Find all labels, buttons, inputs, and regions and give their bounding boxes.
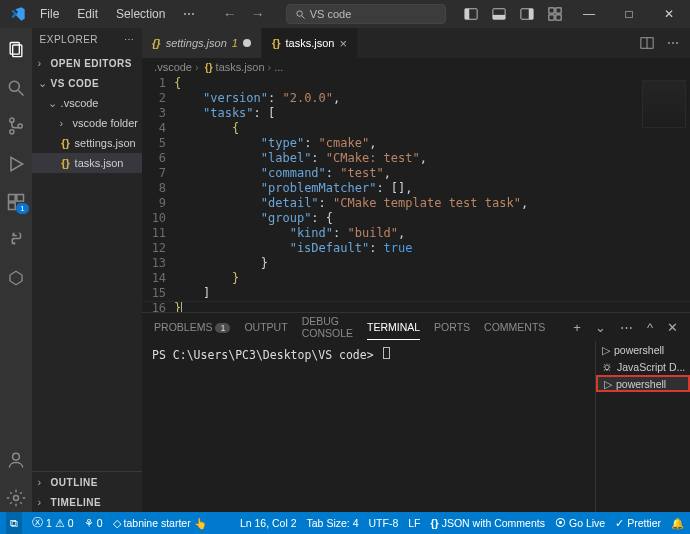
terminal-item-powershell-1[interactable]: ▷powershell: [596, 341, 690, 358]
maximize-panel-icon[interactable]: ^: [647, 320, 653, 335]
svg-line-1: [302, 15, 305, 18]
panel-tab-debug[interactable]: DEBUG CONSOLE: [302, 309, 353, 345]
tab-more-icon[interactable]: ⋯: [664, 36, 682, 50]
nav-back-icon[interactable]: ←: [218, 3, 242, 25]
terminal[interactable]: PS C:\Users\PC3\Desktop\VS code>: [142, 341, 595, 512]
split-editor-icon[interactable]: [640, 36, 658, 50]
item-vscode-folder[interactable]: ›vscode folder: [32, 113, 143, 133]
command-center-search[interactable]: VS code: [286, 4, 446, 24]
extensions-icon[interactable]: 1: [2, 188, 30, 216]
status-bell-icon[interactable]: 🔔: [671, 517, 684, 530]
item-tasks-json[interactable]: {}tasks.json: [32, 153, 143, 173]
editor-group: {} settings.json 1 {} tasks.json × ⋯ .vs…: [142, 28, 690, 512]
svg-rect-20: [8, 195, 15, 202]
explorer-more-icon[interactable]: ⋯: [124, 34, 135, 45]
panel-more-icon[interactable]: ⋯: [620, 320, 633, 335]
svg-line-15: [18, 91, 23, 96]
svg-rect-10: [549, 15, 554, 20]
open-editors-section[interactable]: ›OPEN EDITORS: [32, 53, 143, 73]
terminal-dropdown-icon[interactable]: ⌄: [595, 320, 606, 335]
svg-rect-22: [8, 203, 15, 210]
status-ports[interactable]: ⚘ 0: [84, 517, 103, 529]
status-tab-size[interactable]: Tab Size: 4: [307, 517, 359, 530]
close-button[interactable]: ✕: [652, 0, 686, 28]
svg-point-26: [13, 496, 18, 501]
json-file-icon: {}: [152, 37, 161, 49]
tab-tasks-json[interactable]: {} tasks.json ×: [262, 28, 358, 58]
activity-bar: 1: [0, 28, 32, 512]
search-activity-icon[interactable]: [2, 74, 30, 102]
svg-rect-8: [549, 8, 554, 13]
json-file-icon: {}: [272, 37, 281, 49]
line-gutter: 1234 5678 9101112 13141516: [142, 76, 174, 312]
nav-forward-icon[interactable]: →: [246, 3, 270, 25]
modified-dot-icon: [243, 39, 251, 47]
minimap[interactable]: [642, 80, 686, 128]
status-remote-icon[interactable]: ⧉: [6, 512, 22, 534]
item-settings-json[interactable]: {}settings.json: [32, 133, 143, 153]
menu-edit[interactable]: Edit: [69, 4, 106, 24]
extensions-badge: 1: [16, 203, 28, 214]
status-eol[interactable]: LF: [408, 517, 420, 530]
python-icon[interactable]: [2, 226, 30, 254]
hex-icon[interactable]: [2, 264, 30, 292]
status-bar: ⧉ ⓧ 1 ⚠ 0 ⚘ 0 ◇ tabnine starter 👆 Ln 16,…: [0, 512, 690, 534]
terminal-prompt: PS C:\Users\PC3\Desktop\VS code>: [152, 348, 374, 362]
menu-file[interactable]: File: [32, 4, 67, 24]
panel-tab-output[interactable]: OUTPUT: [244, 315, 287, 339]
explorer-icon[interactable]: [2, 36, 30, 64]
layout-primary-sidebar-icon[interactable]: [460, 3, 482, 25]
run-debug-icon[interactable]: [2, 150, 30, 178]
layout-panel-icon[interactable]: [488, 3, 510, 25]
status-prettier[interactable]: ✓ Prettier: [615, 517, 661, 530]
status-line-col[interactable]: Ln 16, Col 2: [240, 517, 297, 530]
code-editor[interactable]: 1234 5678 9101112 13141516 { "version": …: [142, 76, 690, 312]
titlebar-right: — □ ✕: [460, 0, 686, 28]
accounts-icon[interactable]: [2, 446, 30, 474]
svg-point-25: [12, 453, 19, 460]
menu-more[interactable]: ⋯: [175, 4, 203, 24]
layout-secondary-sidebar-icon[interactable]: [516, 3, 538, 25]
sidebar-bottom: ›OUTLINE ›TIMELINE: [32, 471, 143, 512]
new-terminal-icon[interactable]: +: [573, 320, 581, 335]
settings-gear-icon[interactable]: [2, 484, 30, 512]
close-panel-icon[interactable]: ✕: [667, 320, 678, 335]
nav-arrows: ← →: [218, 3, 270, 25]
terminal-cursor: [383, 347, 390, 359]
tab-settings-json[interactable]: {} settings.json 1: [142, 28, 262, 58]
svg-point-16: [10, 118, 14, 122]
panel-tab-terminal[interactable]: TERMINAL: [367, 315, 420, 340]
svg-rect-13: [12, 45, 21, 57]
maximize-button[interactable]: □: [612, 0, 646, 28]
svg-point-0: [297, 10, 303, 16]
status-errors[interactable]: ⓧ 1 ⚠ 0: [32, 516, 74, 530]
timeline-section[interactable]: ›TIMELINE: [32, 492, 143, 512]
root-folder[interactable]: ⌄VS CODE: [32, 73, 143, 93]
menu-selection[interactable]: Selection: [108, 4, 173, 24]
terminal-icon: ▷: [602, 344, 610, 356]
customize-layout-icon[interactable]: [544, 3, 566, 25]
terminal-side-list: ▷powershell ⛭JavaScript D... ▷powershell: [595, 341, 690, 512]
source-control-icon[interactable]: [2, 112, 30, 140]
outline-section[interactable]: ›OUTLINE: [32, 472, 143, 492]
svg-rect-7: [529, 9, 533, 20]
bug-icon: ⛭: [602, 361, 613, 373]
panel-tab-comments[interactable]: COMMENTS: [484, 315, 545, 339]
status-language[interactable]: {} JSON with Comments: [431, 517, 545, 530]
explorer-title: EXPLORER: [40, 34, 98, 45]
breadcrumb[interactable]: .vscode› {} tasks.json›...: [142, 58, 690, 76]
terminal-item-jsdebug[interactable]: ⛭JavaScript D...: [596, 358, 690, 375]
status-tabnine[interactable]: ◇ tabnine starter 👆: [113, 517, 207, 530]
folder-vscode[interactable]: ⌄.vscode: [32, 93, 143, 113]
status-encoding[interactable]: UTF-8: [368, 517, 398, 530]
panel-tabs: PROBLEMS1 OUTPUT DEBUG CONSOLE TERMINAL …: [142, 313, 690, 341]
code-content: { "version": "2.0.0", "tasks": [ { "type…: [174, 76, 528, 312]
minimize-button[interactable]: —: [572, 0, 606, 28]
panel-tab-problems[interactable]: PROBLEMS1: [154, 315, 230, 339]
svg-point-17: [10, 130, 14, 134]
panel-tab-ports[interactable]: PORTS: [434, 315, 470, 339]
svg-marker-24: [10, 271, 22, 285]
terminal-item-powershell-2[interactable]: ▷powershell: [596, 375, 690, 392]
status-go-live[interactable]: ⦿ Go Live: [555, 517, 605, 530]
close-tab-icon[interactable]: ×: [339, 36, 347, 51]
